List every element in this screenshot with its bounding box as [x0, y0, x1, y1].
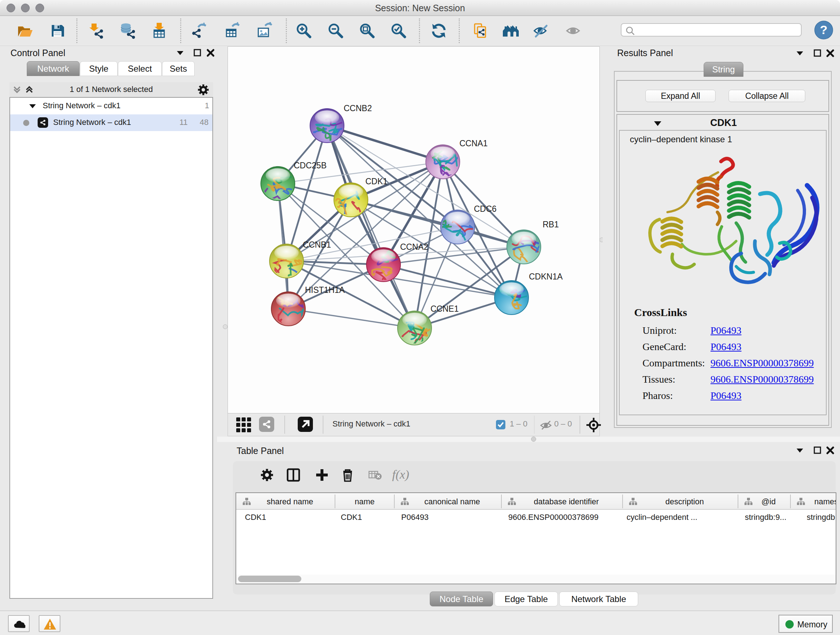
svg-text:@id: @id	[761, 497, 775, 506]
svg-text:canonical name: canonical name	[424, 497, 480, 506]
svg-text:database identifier: database identifier	[534, 497, 599, 506]
svg-text:?: ?	[820, 23, 828, 36]
svg-text:RB1: RB1	[543, 220, 559, 229]
svg-text:name: name	[355, 497, 374, 506]
svg-text:CDK1: CDK1	[365, 177, 387, 186]
svg-text:CCNB2: CCNB2	[344, 103, 372, 113]
svg-text:CDC6: CDC6	[474, 204, 497, 214]
svg-text:CCNA1: CCNA1	[459, 139, 488, 148]
svg-text:CDC25B: CDC25B	[294, 161, 327, 170]
svg-text:description: description	[665, 497, 704, 506]
svg-text:CCNA2: CCNA2	[400, 242, 428, 252]
svg-text:HIST1H1A: HIST1H1A	[305, 285, 345, 295]
svg-text:CCNE1: CCNE1	[431, 304, 459, 314]
svg-text:namespac: namespac	[814, 497, 836, 506]
svg-text:CCNB1: CCNB1	[303, 240, 331, 249]
svg-text:CDKN1A: CDKN1A	[529, 272, 563, 281]
svg-text:shared name: shared name	[267, 497, 313, 506]
